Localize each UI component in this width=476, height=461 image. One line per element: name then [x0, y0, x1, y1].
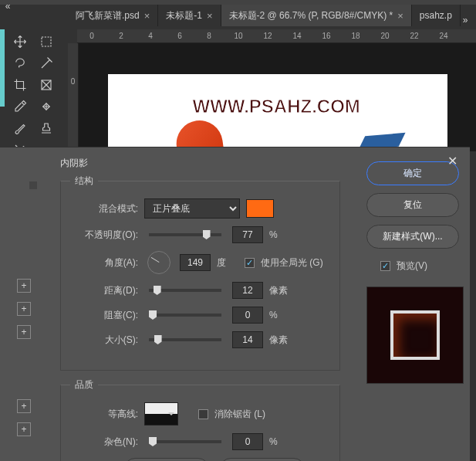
color-swatch[interactable]: [246, 199, 274, 218]
choke-input[interactable]: [232, 307, 263, 324]
tool-palette: [6, 29, 62, 162]
add-effect-icon[interactable]: +: [17, 422, 31, 436]
close-icon[interactable]: ×: [397, 10, 403, 22]
quality-group: 品质 等高线: 消除锯齿 (L) 杂色(N): % 设置为默认值 复位为默认值: [60, 378, 340, 461]
close-icon[interactable]: ×: [144, 10, 150, 22]
tab-1[interactable]: 未标题-1×: [158, 5, 221, 26]
close-icon[interactable]: ×: [207, 10, 213, 22]
blend-mode-label: 混合模式:: [70, 202, 138, 215]
healing-tool-icon[interactable]: [35, 97, 57, 116]
wand-tool-icon[interactable]: [35, 54, 57, 73]
tab-label: 未标题-2 @ 66.7% (P, RGB/8#/CMYK) *: [229, 9, 393, 22]
preview-inner: [390, 310, 440, 360]
angle-dial[interactable]: [147, 251, 170, 274]
noise-label: 杂色(N):: [70, 436, 138, 449]
dialog-actions: 确定 复位 新建样式(W)... 预览(V): [356, 147, 470, 461]
noise-slider[interactable]: [149, 440, 221, 443]
brush-tool-icon[interactable]: [9, 119, 31, 137]
add-effect-icon[interactable]: +: [17, 279, 31, 293]
add-effect-icon[interactable]: +: [17, 325, 31, 339]
horizontal-ruler: 024681012141618202224: [77, 29, 476, 43]
thumb-strip: [0, 29, 5, 107]
chevron-right-icon[interactable]: »: [457, 14, 473, 25]
choke-unit: %: [269, 310, 278, 320]
tab-label: psahz.p: [420, 10, 452, 21]
effects-list: + + + + +: [0, 147, 37, 461]
svg-rect-0: [42, 37, 51, 46]
settings-panel: 内阴影 结构 混合模式: 正片叠底 不透明度(O): % 角度(A):: [37, 147, 356, 461]
scroll-arrow-icon[interactable]: [29, 181, 37, 189]
size-label: 大小(S):: [70, 334, 138, 347]
structure-group: 结构 混合模式: 正片叠底 不透明度(O): % 角度(A): 度: [60, 175, 340, 371]
noise-unit: %: [269, 436, 278, 447]
global-light-checkbox[interactable]: [245, 258, 255, 268]
preview-label: 预览(V): [397, 259, 427, 273]
quality-legend: 品质: [70, 378, 98, 392]
add-effect-icon[interactable]: +: [17, 302, 31, 316]
noise-input[interactable]: [232, 433, 263, 450]
opacity-label: 不透明度(O):: [70, 229, 138, 242]
effect-title: 内阴影: [60, 157, 340, 170]
angle-label: 角度(A):: [70, 256, 138, 269]
move-tool-icon[interactable]: [9, 32, 31, 51]
lasso-tool-icon[interactable]: [9, 54, 31, 73]
opacity-slider[interactable]: [149, 233, 221, 236]
blend-mode-select[interactable]: 正片叠底: [144, 198, 240, 219]
choke-slider[interactable]: [149, 314, 221, 317]
size-unit: 像素: [269, 334, 288, 347]
reset-default-button[interactable]: 复位为默认值: [220, 458, 305, 461]
ok-button[interactable]: 确定: [366, 161, 459, 185]
angle-unit: 度: [217, 256, 226, 269]
choke-label: 阻塞(C):: [70, 309, 138, 322]
make-default-button[interactable]: 设置为默认值: [124, 458, 209, 461]
size-input[interactable]: [232, 331, 263, 348]
angle-input[interactable]: [180, 254, 211, 271]
add-effect-icon[interactable]: +: [17, 399, 31, 413]
distance-input[interactable]: [232, 282, 263, 299]
layer-style-dialog: ✕ + + + + + 内阴影 结构 混合模式: 正片叠底: [0, 147, 470, 461]
preview-thumbnail: [366, 286, 464, 384]
tab-0[interactable]: 阿飞新菜谱.psd×: [68, 5, 158, 26]
global-light-label: 使用全局光 (G): [261, 256, 323, 269]
new-style-button[interactable]: 新建样式(W)...: [366, 225, 459, 249]
tab-3[interactable]: psahz.p: [412, 5, 461, 26]
size-slider[interactable]: [149, 338, 221, 341]
eyedropper-tool-icon[interactable]: [9, 97, 31, 116]
chevron-left-icon[interactable]: «: [0, 0, 15, 12]
canvas-area[interactable]: WWW.PSAHZ.COM: [79, 43, 476, 151]
distance-label: 距离(D):: [70, 284, 138, 297]
distance-slider[interactable]: [149, 289, 221, 292]
crop-tool-icon[interactable]: [9, 76, 31, 94]
contour-label: 等高线:: [70, 408, 138, 421]
distance-unit: 像素: [269, 284, 288, 297]
stamp-tool-icon[interactable]: [35, 119, 57, 137]
cancel-button[interactable]: 复位: [366, 193, 459, 217]
vertical-ruler: 0: [68, 43, 79, 151]
marquee-tool-icon[interactable]: [35, 32, 57, 51]
structure-legend: 结构: [70, 175, 98, 188]
tab-label: 未标题-1: [166, 9, 202, 22]
opacity-input[interactable]: [232, 226, 263, 243]
document-tabs: 阿飞新菜谱.psd× 未标题-1× 未标题-2 @ 66.7% (P, RGB/…: [0, 5, 476, 26]
tab-2[interactable]: 未标题-2 @ 66.7% (P, RGB/8#/CMYK) *×: [221, 5, 412, 26]
close-icon[interactable]: ✕: [447, 154, 457, 168]
antialias-checkbox[interactable]: [198, 409, 208, 419]
contour-picker[interactable]: [144, 402, 178, 425]
opacity-unit: %: [269, 229, 278, 240]
watermark-text: WWW.PSAHZ.COM: [193, 96, 360, 117]
antialias-label: 消除锯齿 (L): [214, 408, 265, 421]
frame-tool-icon[interactable]: [35, 76, 57, 94]
preview-checkbox[interactable]: [380, 261, 390, 271]
tab-label: 阿飞新菜谱.psd: [76, 9, 140, 22]
